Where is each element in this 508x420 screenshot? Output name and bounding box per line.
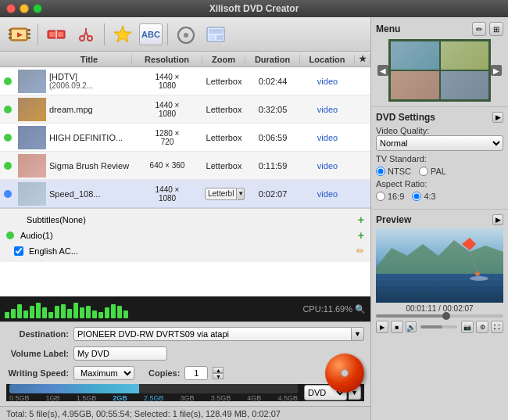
row5-location[interactable]: video: [300, 189, 355, 199]
title-bar: Xilisoft DVD Creator: [0, 0, 508, 17]
waveform-bar: [30, 306, 34, 318]
svg-point-35: [470, 276, 488, 281]
label-1gb: 1GB: [46, 394, 60, 402]
row3-check[interactable]: [0, 134, 16, 142]
menu-thumbnails: [388, 39, 491, 102]
subtitles-button[interactable]: ABC: [139, 23, 163, 45]
row2-check[interactable]: [0, 106, 16, 113]
label-05gb: 0.5GB: [9, 394, 30, 402]
menu-edit-icon[interactable]: ✏: [472, 22, 486, 36]
table-row-selected[interactable]: Speed_108... 1440 × 1080 Letterbl ▼ 0:02…: [0, 180, 370, 208]
waveform-bar: [61, 304, 66, 318]
row4-location[interactable]: video: [300, 161, 355, 171]
row5-zoom[interactable]: Letterbl ▼: [202, 188, 245, 200]
edit-english-button[interactable]: ✏: [356, 246, 364, 257]
pal-radio-item[interactable]: PAL: [419, 167, 446, 176]
fullscreen-button[interactable]: ⛶: [491, 321, 503, 333]
header-location[interactable]: Location: [300, 55, 355, 64]
add-video-button[interactable]: ▶: [6, 21, 33, 48]
aspect-ratio-radio-group: 16:9 4:3: [376, 192, 503, 201]
row2-location[interactable]: video: [300, 105, 355, 114]
menu-preview-container: ◀ ▶: [376, 39, 503, 102]
speed-select[interactable]: Maximum 4x 8x: [73, 366, 134, 380]
header-zoom[interactable]: Zoom: [202, 55, 245, 64]
menu-thumb-1: [391, 41, 439, 70]
quality-select[interactable]: Normal High Low: [376, 135, 503, 151]
burn-button[interactable]: [173, 21, 199, 48]
ratio-43-item[interactable]: 4:3: [412, 192, 435, 201]
row3-location[interactable]: video: [300, 133, 355, 142]
snapshot-button[interactable]: 📷: [461, 321, 474, 333]
ratio-43-radio[interactable]: [412, 192, 421, 201]
tv-standard-label: TV Standard:: [376, 154, 427, 163]
tv-standard-radio-group: NTSC PAL: [376, 167, 503, 176]
effects-button[interactable]: [109, 21, 136, 48]
preview-expand[interactable]: ▶: [492, 214, 503, 225]
destination-dropdown-arrow[interactable]: ▼: [352, 327, 364, 341]
english-checkbox[interactable]: [14, 246, 23, 256]
preview-progress-bar[interactable]: [376, 314, 503, 318]
menu-next-arrow[interactable]: ▶: [491, 65, 502, 76]
row5-check[interactable]: [0, 190, 16, 198]
pal-radio[interactable]: [419, 167, 428, 176]
table-row[interactable]: dream.mpg 1440 × 1080 Letterbox 0:32:05 …: [0, 95, 370, 124]
row1-check[interactable]: [0, 77, 16, 85]
copies-down[interactable]: ▼: [213, 373, 224, 379]
minimize-button[interactable]: [20, 4, 29, 13]
volume-slider[interactable]: [420, 325, 457, 328]
left-panel: ▶: [0, 17, 371, 420]
cpu-icon[interactable]: 🔍: [355, 304, 366, 314]
volume-row: Volume Label:: [6, 345, 364, 362]
table-row[interactable]: Sigma Brush Review + ... 640 × 360 Lette…: [0, 152, 370, 180]
volume-input[interactable]: [73, 346, 167, 361]
header-duration[interactable]: Duration: [245, 55, 300, 64]
settings-button[interactable]: ⚙: [476, 321, 488, 333]
label-25gb: 2.5GB: [144, 394, 164, 402]
play-button[interactable]: ▶: [376, 321, 388, 333]
dvd-settings-expand[interactable]: ▶: [492, 112, 503, 123]
used-capacity: [9, 384, 139, 393]
row1-location[interactable]: video: [300, 77, 355, 86]
row4-check[interactable]: [0, 162, 16, 170]
cpu-info: CPU:11.69% 🔍: [302, 304, 366, 314]
destination-input-group: ▼: [73, 327, 364, 341]
header-resolution[interactable]: Resolution: [132, 55, 202, 64]
svg-rect-6: [27, 33, 30, 35]
row4-thumb: [16, 154, 47, 178]
scissors-button[interactable]: [73, 21, 99, 48]
ratio-169-radio[interactable]: [376, 192, 385, 201]
svg-rect-24: [209, 35, 215, 40]
waveform-bar: [5, 312, 9, 318]
maximize-button[interactable]: [33, 4, 42, 13]
preview-progress-thumb[interactable]: [442, 312, 450, 320]
ntsc-radio-item[interactable]: NTSC: [376, 167, 411, 176]
destination-input[interactable]: [73, 327, 352, 341]
volume-icon[interactable]: 🔊: [406, 321, 417, 332]
add-subtitle-button[interactable]: +: [358, 214, 364, 226]
ratio-169-item[interactable]: 16:9: [376, 192, 404, 201]
copies-up[interactable]: ▲: [213, 367, 224, 373]
svg-marker-18: [114, 26, 131, 42]
cut-button[interactable]: [43, 21, 70, 48]
menu-template-button[interactable]: [202, 21, 229, 48]
row5-thumb: [16, 182, 47, 206]
close-button[interactable]: [6, 4, 16, 13]
ntsc-radio[interactable]: [376, 167, 385, 176]
copies-input[interactable]: [184, 366, 208, 380]
table-row[interactable]: HIGH DEFINITIO... 1280 × 720 Letterbox 0…: [0, 124, 370, 152]
row4-zoom: Letterbox: [202, 161, 245, 171]
header-star[interactable]: ★: [355, 54, 370, 64]
stop-button[interactable]: ■: [391, 321, 403, 333]
pal-label: PAL: [431, 167, 446, 176]
disc-center: [341, 369, 349, 377]
ntsc-label: NTSC: [388, 167, 411, 176]
capacity-labels: 0.5GB 1GB 1.5GB 2GB 2.5GB 3GB 3.5GB 4GB …: [9, 394, 298, 402]
add-audio-button[interactable]: +: [358, 229, 364, 242]
waveform-bar: [105, 307, 109, 318]
menu-grid-icon[interactable]: ⊞: [489, 22, 503, 36]
table-row[interactable]: [HDTV] (2006.09.2... 1440 × 1080 Letterb…: [0, 67, 370, 95]
header-title[interactable]: Title: [47, 55, 132, 64]
file-list: Title Resolution Zoom Duration Location …: [0, 52, 370, 296]
zoom-dropdown-arrow[interactable]: ▼: [238, 188, 245, 200]
menu-prev-arrow[interactable]: ◀: [377, 65, 388, 76]
